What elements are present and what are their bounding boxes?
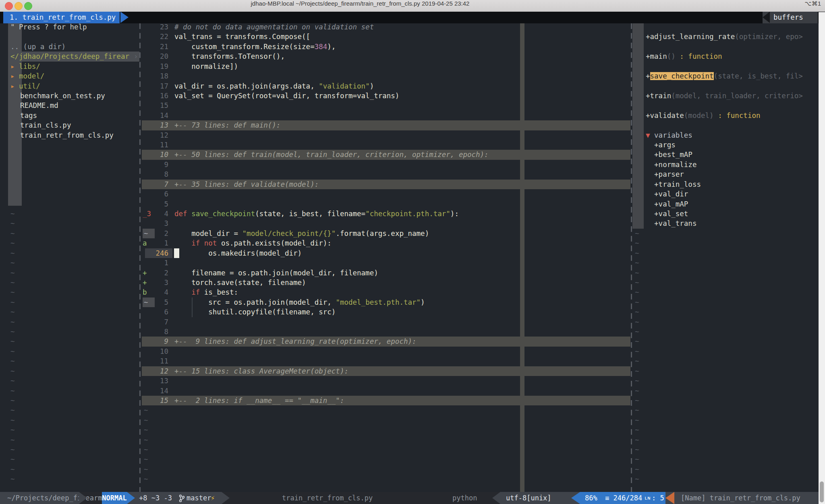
text-segment: +adjust_learning_rate [646,33,735,41]
text-segment: variables [654,131,692,139]
gutter-sign: b [143,287,152,297]
tag-item[interactable]: +val_dir [646,189,688,199]
tree-item-file-tags[interactable]: tags [20,111,37,120]
empty-line-tilde: ~ [10,337,15,346]
code-line[interactable]: val_dir = os.path.join(args.data, "valid… [174,81,374,91]
text-segment: (optimizer, epo> [735,33,803,41]
text-segment: + [646,72,650,80]
text-segment: .format(args.exp_name) [336,229,429,238]
tag-item[interactable]: ▼ variables [646,130,692,140]
code-line[interactable]: if not os.path.exists(model_dir): [174,238,332,248]
tag-item[interactable]: +adjust_learning_rate(optimizer, epo> [646,32,803,41]
empty-line-tilde: ~ [10,317,15,327]
tree-item-file-train_clspy[interactable]: train_cls.py [20,120,71,130]
text-segment: util/ [19,82,40,90]
tag-item[interactable]: +best_mAP [646,150,692,159]
tag-item[interactable]: +parser [646,169,684,179]
gutter-sign: _3 [143,209,152,219]
empty-line-tilde: ~ [10,474,15,484]
tag-item[interactable]: +args [646,140,676,150]
powerline-arrow-icon [492,492,500,504]
code-line[interactable]: normalize]) [174,62,238,71]
code-line[interactable]: filename = os.path.join(model_dir, filen… [174,268,378,278]
text-segment: +val_set [646,210,688,218]
empty-line-tilde: ~ [10,278,15,287]
fold-text: +-- 35 lines: def validate(model): [174,180,319,189]
code-line[interactable]: # do not do data augmentation on validat… [174,22,374,32]
line-position: ≡ 246/284 [605,492,642,504]
nerdtree-root[interactable]: </jdhao/Projects/deep_firear› [10,52,129,61]
code-line[interactable]: val_trans = transforms.Compose([ [174,32,310,41]
code-line[interactable]: def save_checkpoint(state, is_best, file… [174,209,459,219]
scrollbar-thumb[interactable] [820,481,824,502]
empty-line-tilde: ~ [10,219,15,228]
empty-line-tilde: ~ [10,327,15,337]
empty-line-tilde: ~ [635,454,639,464]
code-line[interactable]: torch.save(state, filename) [174,278,306,287]
tree-item-file-READMEmd[interactable]: README.md [20,101,58,110]
empty-line-tilde: ~ [144,435,148,445]
relative-line-number: 8 [144,327,168,337]
relative-line-number: 22 [144,32,168,41]
tagbar-scroll-band[interactable] [632,23,644,229]
tab-train-retr-from-cls[interactable]: 1. train_retr_from_cls.py [3,12,120,23]
code-line[interactable]: custom_transform.Resize(size=384), [174,42,336,52]
relative-line-number: 13 [144,376,168,386]
fold-text: +-- 50 lines: def train(model, train_loa… [174,150,489,159]
window-separator-left[interactable] [139,23,141,492]
text-segment: : function [676,52,722,60]
code-line[interactable]: shutil.copyfile(filename, src) [174,307,336,317]
tag-item[interactable]: +val_mAP [646,199,688,209]
powerline-arrow-icon [79,492,87,504]
tree-item-dir-util[interactable]: ▸ util/ [10,81,40,91]
tree-item-dir-libs[interactable]: ▸ libs/ [10,62,40,71]
code-line[interactable]: model_dir = "model/check_point/{}".forma… [174,229,429,238]
empty-line-tilde: ~ [10,425,15,435]
tag-item[interactable]: +val_set [646,209,688,219]
fold-text: +-- 9 lines: def adjust_learning_rate(op… [174,337,417,346]
empty-line-tilde: ~ [10,366,15,376]
text-segment: def [174,210,187,218]
scrollbar-track[interactable] [819,12,825,504]
cursor-line-number: 246 [144,248,168,258]
text-segment: "model_best.pth.tar" [336,298,421,306]
text-segment: src = os.path.join(model_dir, [174,298,336,306]
text-segment: +val_mAP [646,200,688,208]
empty-line-tilde: ~ [144,405,148,415]
tree-item-dir-model[interactable]: ▸ model/ [10,71,44,81]
tag-item[interactable]: +val_trans [646,219,696,228]
empty-line-tilde: ~ [635,248,639,258]
statusline-git-segment: +8 ~3 -3 master ⚡ [127,492,222,504]
tab-arrow-separator [120,12,129,23]
empty-line-tilde: ~ [635,307,639,317]
tag-item[interactable]: +train(model, train_loader, criterio> [646,91,803,101]
relative-line-number: 20 [144,52,168,61]
text-segment: os.path.exists(model_dir): [217,239,331,247]
empty-line-tilde: ~ [10,356,15,366]
nerdtree-up-a-dir[interactable]: .. (up a dir) [10,42,66,52]
ln-glyph: ʟɴ [645,492,650,504]
empty-line-tilde: ~ [635,435,639,445]
relative-line-number: 23 [144,22,168,32]
text-segment: val_dir = os.path.join(args.data, [174,82,319,90]
mode-indicator: NORMAL [102,492,127,504]
window-separator-right[interactable] [631,23,632,492]
code-line[interactable]: os.makedirs(model_dir) [174,248,302,258]
code-line[interactable]: transforms.ToTensor(), [174,52,285,61]
text-segment: is_best: [200,288,238,296]
tag-item[interactable]: +main() : function [646,52,722,61]
tag-item[interactable]: +save_checkpoint(state, is_best, fil> [646,71,803,81]
text-segment: ▸ [10,82,19,90]
empty-line-tilde: ~ [635,415,639,425]
code-line[interactable]: val_set = QuerySet(root=val_dir, transfo… [174,91,399,101]
tag-item[interactable]: +validate(model) : function [646,111,761,120]
code-line[interactable]: if is_best: [174,287,238,297]
tag-item[interactable]: +train_loss [646,180,701,189]
tag-item[interactable]: +normalize [646,160,696,169]
tree-item-file-benchmark_on_testpy[interactable]: benchmark_on_test.py [20,91,105,101]
empty-line-tilde: ~ [10,297,15,307]
tree-item-file-train_retr_from_clspy[interactable]: train_retr_from_cls.py [20,130,114,140]
code-line[interactable]: src = os.path.join(model_dir, "model_bes… [174,297,425,307]
text-segment: save_checkpoint [191,210,255,218]
window-title: jdhao-MBP.local ~/Projects/deep_firearm/… [0,0,720,12]
